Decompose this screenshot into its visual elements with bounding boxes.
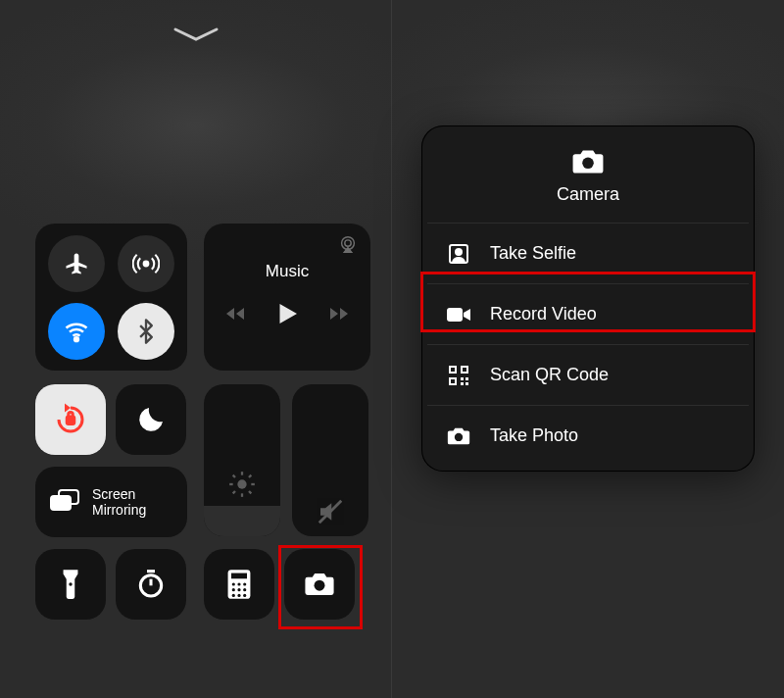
airplane-mode-button[interactable]	[48, 235, 105, 292]
svg-line-14	[233, 491, 235, 493]
camera-button[interactable]	[284, 549, 355, 620]
cellular-data-button[interactable]	[118, 235, 174, 292]
camera-menu-title: Camera	[557, 184, 619, 205]
play-button[interactable]	[272, 299, 302, 332]
svg-line-15	[249, 475, 251, 477]
do-not-disturb-button[interactable]	[116, 384, 186, 455]
svg-point-24	[237, 582, 240, 585]
svg-point-23	[232, 582, 235, 585]
svg-point-33	[582, 158, 594, 170]
media-controls	[223, 299, 351, 332]
airplane-icon	[63, 250, 90, 277]
svg-line-13	[249, 491, 251, 493]
camera-menu-panel: Camera Take Selfie Record Video Scan QR …	[421, 125, 755, 472]
svg-rect-42	[451, 379, 455, 383]
screen-mirroring-button[interactable]: Screen Mirroring	[35, 467, 187, 537]
menu-item-take-photo[interactable]: Take Photo	[427, 405, 749, 466]
svg-point-29	[232, 594, 235, 597]
svg-rect-4	[67, 417, 74, 424]
orientation-lock-icon	[53, 402, 88, 437]
svg-rect-22	[231, 573, 247, 579]
media-tile[interactable]: Music	[204, 224, 370, 371]
svg-point-7	[237, 479, 246, 488]
calculator-icon	[226, 569, 252, 600]
connectivity-tile	[35, 224, 187, 371]
timer-icon	[135, 569, 167, 600]
menu-item-label: Take Selfie	[490, 243, 576, 264]
svg-point-18	[140, 575, 161, 596]
svg-point-25	[243, 582, 246, 585]
svg-rect-36	[447, 308, 463, 322]
menu-item-label: Take Photo	[490, 425, 578, 446]
svg-point-17	[69, 582, 72, 585]
svg-point-26	[232, 588, 235, 591]
svg-point-47	[455, 432, 463, 440]
svg-rect-44	[466, 377, 468, 380]
wifi-icon	[63, 318, 90, 345]
svg-point-31	[243, 594, 246, 597]
orientation-lock-button[interactable]	[35, 384, 106, 455]
menu-item-record-video[interactable]: Record Video	[427, 283, 749, 344]
camera-menu-header: Camera	[421, 125, 755, 223]
qr-icon	[445, 364, 472, 387]
next-track-button[interactable]	[327, 302, 351, 329]
bluetooth-icon	[132, 318, 160, 345]
menu-item-label: Scan QR Code	[490, 365, 609, 385]
prev-track-button[interactable]	[223, 302, 247, 329]
flashlight-icon	[58, 568, 83, 601]
svg-rect-38	[451, 368, 455, 372]
timer-button[interactable]	[116, 549, 186, 620]
selfie-icon	[445, 242, 472, 266]
control-center-pane: Music	[0, 0, 392, 698]
brightness-fill	[204, 506, 280, 536]
camera-icon	[303, 571, 336, 598]
camera-icon	[570, 147, 606, 176]
brightness-slider[interactable]	[204, 384, 280, 536]
svg-point-30	[237, 594, 240, 597]
flashlight-button[interactable]	[35, 549, 106, 620]
menu-item-take-selfie[interactable]: Take Selfie	[427, 223, 749, 283]
cellular-icon	[132, 250, 160, 277]
brightness-icon	[228, 471, 256, 498]
volume-mute-icon	[316, 497, 345, 526]
dismiss-chevron[interactable]	[173, 27, 219, 47]
camera-menu-pane: Camera Take Selfie Record Video Scan QR …	[392, 0, 784, 698]
svg-rect-46	[466, 382, 468, 385]
svg-rect-40	[463, 368, 466, 372]
menu-item-label: Record Video	[490, 304, 597, 324]
svg-point-1	[74, 337, 78, 341]
svg-point-27	[237, 588, 240, 591]
volume-slider[interactable]	[292, 384, 368, 536]
wifi-button[interactable]	[48, 303, 105, 360]
svg-rect-43	[461, 377, 464, 380]
screen-mirroring-label: Screen Mirroring	[92, 486, 146, 518]
airplay-icon[interactable]	[337, 233, 359, 255]
svg-point-28	[243, 588, 246, 591]
bluetooth-button[interactable]	[118, 303, 174, 360]
video-icon	[445, 305, 472, 324]
svg-point-0	[144, 261, 149, 266]
camera-icon	[445, 425, 472, 447]
calculator-button[interactable]	[204, 549, 274, 620]
svg-point-32	[315, 580, 325, 591]
svg-rect-45	[461, 382, 464, 385]
moon-icon	[135, 404, 167, 435]
menu-item-scan-qr[interactable]: Scan QR Code	[427, 344, 749, 405]
svg-point-3	[345, 240, 351, 246]
screen-mirroring-icon	[49, 488, 82, 516]
media-title: Music	[266, 262, 309, 281]
svg-line-12	[233, 475, 235, 477]
svg-point-35	[456, 249, 462, 255]
